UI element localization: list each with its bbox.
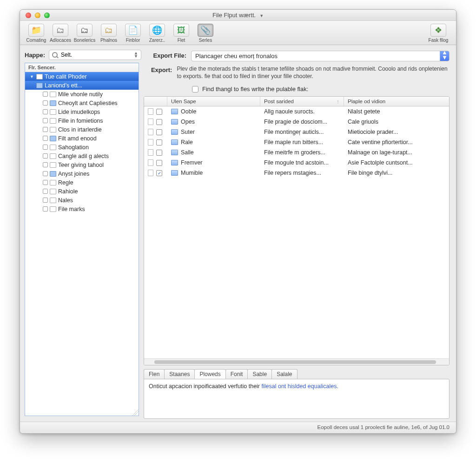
close-icon[interactable] [26,13,31,18]
tree-item-label: Cheoylt ant Capliesties [58,100,118,106]
row-checkbox[interactable] [156,109,162,115]
tree-checkbox[interactable] [43,145,48,150]
file-icon [50,189,56,194]
detail-tabs: FlenStaanesPlowedsFonitSableSalale [144,369,450,379]
table-row[interactable]: SalleFile meitrfe m groders...Malnage on… [144,147,449,158]
tree-item-label: Laniond’s ett... [45,82,82,89]
th-post[interactable]: Post sarided⋮ [260,97,344,106]
titlebar[interactable]: File Flput wærtt.▼ [20,10,456,21]
row-name: Suter [181,129,195,135]
tree-item[interactable]: Clos in irtarlerdie [25,125,139,134]
window-controls [20,13,50,18]
table-row[interactable]: OpesFile pragie de dosciom...Cale griuol… [144,117,449,127]
tab-salale[interactable]: Salale [271,369,297,379]
tree-checkbox[interactable] [43,189,48,194]
toolbar-finblor[interactable]: 📄Finblor [121,23,145,43]
minimize-icon[interactable] [35,13,40,18]
th-plaple[interactable]: Plaple od vidion [344,97,449,106]
tree-item[interactable]: Nales [25,196,139,205]
toolbar-bonelerics[interactable]: 🗂Bonelerics [73,23,96,43]
horizontal-scrollbar[interactable] [144,358,449,365]
row-checkbox[interactable] [156,160,162,166]
row-plaple: Malnage on lage-turapt... [344,149,449,156]
toolbar-serles[interactable]: 📎Serles [194,23,217,43]
toolbar-zarerz..[interactable]: 🌐Zarerz.. [145,23,169,43]
tree-checkbox[interactable] [43,171,48,176]
search-field[interactable] [60,51,132,59]
toolbar-fask-fllog[interactable]: ❖ Fask fllog [425,23,451,43]
search-label: Happe: [25,52,45,59]
tree-item[interactable]: Lide imudelkops [25,107,139,116]
tree-checkbox[interactable] [43,118,48,123]
tree-checkbox[interactable] [43,162,48,167]
page-icon [148,159,153,166]
zoom-icon[interactable] [44,13,50,18]
title-dropdown-icon[interactable]: ▼ [259,13,264,18]
tree-item[interactable]: Laniond’s ett... [25,81,139,90]
tree-item[interactable]: Fille in fomietions [25,116,139,125]
detail-text: Onticut apcacion inpoificaated verfutio … [149,383,262,390]
row-name: Ooble [181,108,196,115]
tree-checkbox[interactable] [43,92,48,97]
tree-checkbox[interactable] [43,136,48,141]
table-row[interactable]: OobleAllg naoule surocts.Nlalst getete [144,106,449,117]
row-plaple: Nlalst getete [344,108,449,115]
tree-item[interactable]: Rahiole [25,187,139,196]
tree-item-label: Fille in fomietions [58,118,103,124]
detail-link[interactable]: filesal ont hislded equalicales. [262,383,338,390]
row-plaple: File binge dtylvi... [344,170,449,176]
toolbar-adlocaces[interactable]: 🗂Adlocaces [49,23,72,43]
tree-item[interactable]: Anyst joines [25,169,139,178]
tree-checkbox[interactable] [43,109,48,114]
row-checkbox[interactable] [156,170,162,176]
table-row[interactable]: RaleFile maple run bitters...Cate ventin… [144,137,449,147]
tree-item[interactable]: Cangle adil g alects [25,152,139,160]
search-icon [52,52,58,58]
tree-item-label: Mile vhonle nutily [58,91,103,98]
disclosure-icon[interactable]: ▼ [30,74,34,79]
tree-item[interactable]: Cheoylt ant Capliesties [25,99,139,107]
search-stepper[interactable]: ▲▼ [134,52,138,58]
tree-checkbox[interactable] [43,198,48,203]
table-row[interactable]: MumibleFile repers mstagies...File binge… [144,168,449,178]
tree-checkbox[interactable] [43,153,48,159]
row-checkbox[interactable] [156,119,162,125]
row-post: File repers mstagies... [260,170,344,176]
toolbar-phalnos[interactable]: 🗂Phalnos [97,23,120,43]
th-name[interactable]: Ulen Sape [167,97,260,106]
tree-checkbox[interactable] [43,206,48,212]
toolbar-comating[interactable]: 📁Comating [25,23,48,43]
tree-item-label: Cangle adil g alects [58,153,109,159]
tree-item[interactable]: Filt amd enood [25,134,139,143]
tree-checkbox[interactable] [43,100,48,106]
row-checkbox[interactable] [156,139,162,145]
tab-fonit[interactable]: Fonit [225,369,248,379]
fask-icon: ❖ [435,25,442,35]
toolbar-flet[interactable]: 🖼Flet [170,23,193,43]
table-row[interactable]: SuterFile montingeŗ auticls...Mietiociol… [144,127,449,137]
tree-item[interactable]: File marks [25,205,139,213]
resize-grip-icon[interactable] [132,409,139,416]
tree-checkbox[interactable] [43,127,48,132]
find-checkbox[interactable] [192,86,198,93]
sort-icon: ⋮ [336,99,340,104]
th-checkbox[interactable] [144,97,167,106]
tab-ploweds[interactable]: Ploweds [194,369,225,379]
source-tree[interactable]: Flr. Sencer. ▼Tue calit PhoderLaniond’s … [25,63,139,416]
tree-item[interactable]: Sahoglation [25,143,139,152]
table-row[interactable]: FremverFile mogule tnd acstoin...Asie Fa… [144,158,449,168]
tab-sable[interactable]: Sable [247,369,272,379]
tab-flen[interactable]: Flen [144,369,165,379]
tree-item[interactable]: ▼Tue calit Phoder [25,72,139,81]
tab-staanes[interactable]: Staanes [164,369,195,379]
search-input[interactable]: ▲▼ [49,50,141,60]
row-checkbox[interactable] [156,150,162,156]
tree-checkbox[interactable] [43,180,48,185]
row-checkbox[interactable] [156,129,162,135]
row-name: Opes [181,119,195,125]
page-icon [148,108,153,115]
tree-item[interactable]: Regle [25,178,139,187]
tree-item[interactable]: Teer giving tahool [25,160,139,169]
tree-item[interactable]: Mile vhonle nutily [25,90,139,99]
export-file-dropdown[interactable]: Plancager cheu emorț fronalos ▲▼ [191,51,450,61]
